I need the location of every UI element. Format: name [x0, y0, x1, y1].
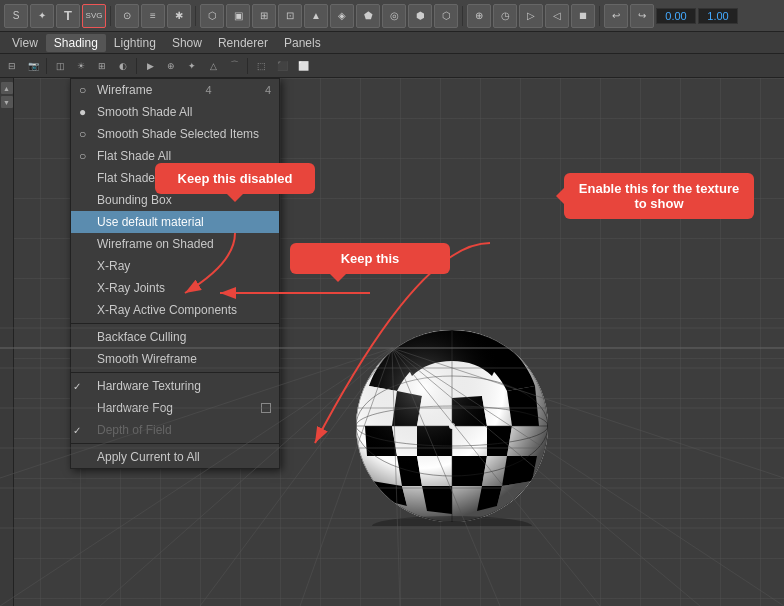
snap-point-icon[interactable]: ✦ — [182, 56, 202, 76]
tb2-sep-1 — [46, 58, 47, 74]
smooth-shade-selected-radio: ○ — [79, 127, 93, 141]
hardware-texturing-label: Hardware Texturing — [97, 379, 201, 393]
toolbar-sep-3 — [462, 6, 463, 26]
apply-current-label: Apply Current to All — [97, 450, 200, 464]
strip-icon-2[interactable]: ▼ — [1, 96, 13, 108]
viewport: ▲ ▼ ○ Wireframe 4 4 ● Smooth Shade All ○… — [0, 78, 784, 606]
numeric-value-1[interactable]: 0.00 — [656, 8, 696, 24]
callout-keep-text: Keep this — [341, 251, 400, 266]
tool-icon-10[interactable]: ⊞ — [252, 4, 276, 28]
view-cube-icon[interactable]: ⊟ — [2, 56, 22, 76]
dropdown-item-backface-culling[interactable]: Backface Culling — [71, 326, 279, 348]
toolbar-sep-1 — [110, 6, 111, 26]
tool-icon-23[interactable]: ↩ — [604, 4, 628, 28]
dropdown-divider-2 — [71, 372, 279, 373]
menu-panels[interactable]: Panels — [276, 34, 329, 52]
left-panel-strip: ▲ ▼ — [0, 78, 14, 606]
callout-keep: Keep this — [290, 243, 450, 274]
bounding-box-label: Bounding Box — [97, 193, 172, 207]
dropdown-item-depth-of-field[interactable]: Depth of Field — [71, 419, 279, 441]
callout-disabled-text: Keep this disabled — [178, 171, 293, 186]
tool-icon-12[interactable]: ▲ — [304, 4, 328, 28]
tool-icon-9[interactable]: ▣ — [226, 4, 250, 28]
dropdown-item-wireframe-on-shaded[interactable]: Wireframe on Shaded — [71, 233, 279, 255]
backface-culling-label: Backface Culling — [97, 330, 186, 344]
tool-icon-11[interactable]: ⊡ — [278, 4, 302, 28]
dropdown-item-smooth-shade-all[interactable]: ● Smooth Shade All — [71, 101, 279, 123]
wireframe-radio: ○ — [79, 83, 93, 97]
tool-icon-18[interactable]: ⊕ — [467, 4, 491, 28]
tool-icon-16[interactable]: ⬢ — [408, 4, 432, 28]
tool-icon-24[interactable]: ↪ — [630, 4, 654, 28]
wireframe-shortcut: 4 — [265, 84, 271, 96]
sphere-container — [352, 326, 552, 526]
toolbar-sep-4 — [599, 6, 600, 26]
dropdown-item-smooth-shade-selected[interactable]: ○ Smooth Shade Selected Items — [71, 123, 279, 145]
tool-icon-3[interactable]: T — [56, 4, 80, 28]
xray-active-label: X-Ray Active Components — [97, 303, 237, 317]
tool-icon-svg[interactable]: SVG — [82, 4, 106, 28]
dropdown-item-xray-joints[interactable]: X-Ray Joints — [71, 277, 279, 299]
wireframe-on-shaded-label: Wireframe on Shaded — [97, 237, 214, 251]
menu-lighting[interactable]: Lighting — [106, 34, 164, 52]
use-default-material-label: Use default material — [97, 215, 204, 229]
tool-icon-20[interactable]: ▷ — [519, 4, 543, 28]
render-icon[interactable]: ▶ — [140, 56, 160, 76]
tool-icon-7[interactable]: ✱ — [167, 4, 191, 28]
select2-icon[interactable]: ⬛ — [272, 56, 292, 76]
snap-grid-icon[interactable]: ⊕ — [161, 56, 181, 76]
svg-point-27 — [356, 330, 548, 522]
menu-show[interactable]: Show — [164, 34, 210, 52]
dropdown-divider-3 — [71, 443, 279, 444]
select3-icon[interactable]: ⬜ — [293, 56, 313, 76]
texture-icon[interactable]: ⊞ — [92, 56, 112, 76]
smooth-wireframe-label: Smooth Wireframe — [97, 352, 197, 366]
flat-shade-all-label: Flat Shade All — [97, 149, 171, 163]
tool-icon-19[interactable]: ◷ — [493, 4, 517, 28]
tool-icon-22[interactable]: ⏹ — [571, 4, 595, 28]
dropdown-item-use-default-material[interactable]: Use default material — [71, 211, 279, 233]
snap-surface-icon[interactable]: △ — [203, 56, 223, 76]
tool-icon-21[interactable]: ◁ — [545, 4, 569, 28]
hardware-fog-checkbox[interactable] — [261, 403, 271, 413]
dropdown-divider-1 — [71, 323, 279, 324]
snap-curve-icon[interactable]: ⌒ — [224, 56, 244, 76]
tool-icon-14[interactable]: ⬟ — [356, 4, 380, 28]
tool-icon-8[interactable]: ⬡ — [200, 4, 224, 28]
dropdown-item-hardware-fog[interactable]: Hardware Fog — [71, 397, 279, 419]
dropdown-item-wireframe[interactable]: ○ Wireframe 4 4 — [71, 79, 279, 101]
tool-icon-6[interactable]: ≡ — [141, 4, 165, 28]
toolbar-sep-2 — [195, 6, 196, 26]
second-toolbar: ⊟ 📷 ◫ ☀ ⊞ ◐ ▶ ⊕ ✦ △ ⌒ ⬚ ⬛ ⬜ — [0, 54, 784, 78]
shading-icon[interactable]: ◫ — [50, 56, 70, 76]
depth-of-field-label: Depth of Field — [97, 423, 172, 437]
shading-dropdown-menu: ○ Wireframe 4 4 ● Smooth Shade All ○ Smo… — [70, 78, 280, 469]
strip-icon-1[interactable]: ▲ — [1, 82, 13, 94]
smooth-shade-all-label: Smooth Shade All — [97, 105, 192, 119]
tb2-sep-3 — [247, 58, 248, 74]
tool-icon-15[interactable]: ◎ — [382, 4, 406, 28]
lighting-icon[interactable]: ☀ — [71, 56, 91, 76]
tool-icon-13[interactable]: ◈ — [330, 4, 354, 28]
numeric-value-2[interactable]: 1.00 — [698, 8, 738, 24]
tool-icon-17[interactable]: ⬡ — [434, 4, 458, 28]
tool-icon-2[interactable]: ✦ — [30, 4, 54, 28]
select-icon[interactable]: ⬚ — [251, 56, 271, 76]
flat-shade-all-radio: ○ — [79, 149, 93, 163]
camera-icon[interactable]: 📷 — [23, 56, 43, 76]
tool-icon-5[interactable]: ⊙ — [115, 4, 139, 28]
dropdown-item-xray[interactable]: X-Ray — [71, 255, 279, 277]
tool-icon-1[interactable]: S — [4, 4, 28, 28]
menu-renderer[interactable]: Renderer — [210, 34, 276, 52]
smooth-shade-all-radio: ● — [79, 105, 93, 119]
callout-enable-text: Enable this for the texture to show — [579, 181, 739, 211]
menu-shading[interactable]: Shading — [46, 34, 106, 52]
menu-bar: View Shading Lighting Show Renderer Pane… — [0, 32, 784, 54]
menu-view[interactable]: View — [4, 34, 46, 52]
xray-label: X-Ray — [97, 259, 130, 273]
dropdown-item-hardware-texturing[interactable]: Hardware Texturing — [71, 375, 279, 397]
color-icon[interactable]: ◐ — [113, 56, 133, 76]
dropdown-item-smooth-wireframe[interactable]: Smooth Wireframe — [71, 348, 279, 370]
dropdown-item-apply-current[interactable]: Apply Current to All — [71, 446, 279, 468]
dropdown-item-xray-active[interactable]: X-Ray Active Components — [71, 299, 279, 321]
